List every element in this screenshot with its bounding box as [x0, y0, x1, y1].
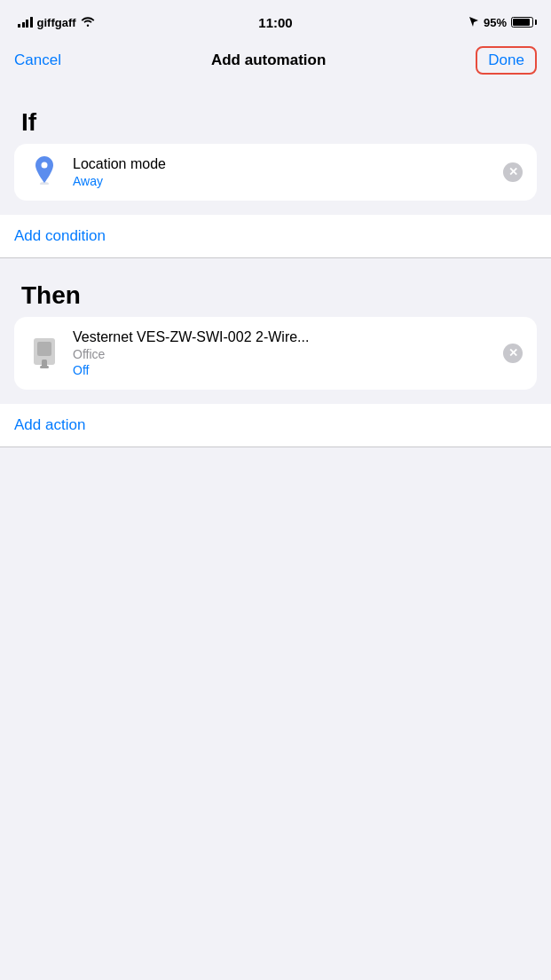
add-action-button[interactable]: Add action — [14, 416, 85, 434]
signal-bars-icon — [18, 17, 33, 28]
remove-condition-x-icon: ✕ — [508, 166, 518, 178]
remove-action-button[interactable]: ✕ — [503, 344, 523, 363]
location-pin-icon-wrap — [28, 156, 60, 188]
add-action-row: Add action — [0, 404, 551, 447]
svg-rect-4 — [42, 360, 47, 367]
remove-action-x-icon: ✕ — [508, 347, 518, 359]
status-bar: giffgaff 11:00 95% — [0, 0, 551, 39]
condition-card: Location mode Away ✕ — [14, 144, 537, 201]
svg-point-1 — [42, 162, 48, 168]
condition-subtitle: Away — [73, 174, 491, 188]
action-info: Vesternet VES-ZW-SWI-002 2-Wire... Offic… — [73, 329, 491, 377]
svg-rect-5 — [40, 366, 49, 368]
device-plug-icon — [30, 336, 59, 370]
action-title: Vesternet VES-ZW-SWI-002 2-Wire... — [73, 329, 491, 345]
status-right: 95% — [468, 16, 533, 29]
then-heading: Then — [18, 281, 81, 309]
location-pin-icon — [32, 154, 57, 191]
remove-condition-button[interactable]: ✕ — [503, 162, 523, 182]
add-condition-row: Add condition — [0, 215, 551, 257]
section-gap-mid1 — [0, 201, 551, 215]
device-icon-wrap — [28, 337, 60, 369]
section-gap-top — [0, 85, 551, 99]
condition-title: Location mode — [73, 156, 491, 172]
status-left: giffgaff — [18, 16, 95, 29]
battery-percent: 95% — [484, 16, 507, 29]
bottom-area — [0, 447, 551, 758]
location-arrow-icon — [468, 16, 479, 29]
wifi-icon — [81, 16, 95, 29]
action-subtitle-blue: Off — [73, 363, 491, 377]
section-gap-mid3 — [0, 390, 551, 404]
action-subtitle-gray: Office — [73, 347, 491, 361]
done-button[interactable]: Done — [476, 46, 537, 75]
add-condition-button[interactable]: Add condition — [14, 227, 106, 245]
carrier-name: giffgaff — [37, 16, 76, 29]
nav-title: Add automation — [211, 51, 326, 69]
condition-info: Location mode Away — [73, 156, 491, 188]
cancel-button[interactable]: Cancel — [14, 48, 61, 73]
then-section-header: Then — [0, 273, 551, 317]
if-section-header: If — [0, 99, 551, 144]
section-gap-mid2 — [0, 258, 551, 273]
battery-icon — [511, 17, 533, 28]
action-card: Vesternet VES-ZW-SWI-002 2-Wire... Offic… — [14, 317, 537, 390]
if-heading: If — [18, 108, 36, 136]
nav-bar: Cancel Add automation Done — [0, 39, 551, 85]
svg-rect-3 — [37, 342, 51, 356]
status-time: 11:00 — [258, 15, 292, 30]
